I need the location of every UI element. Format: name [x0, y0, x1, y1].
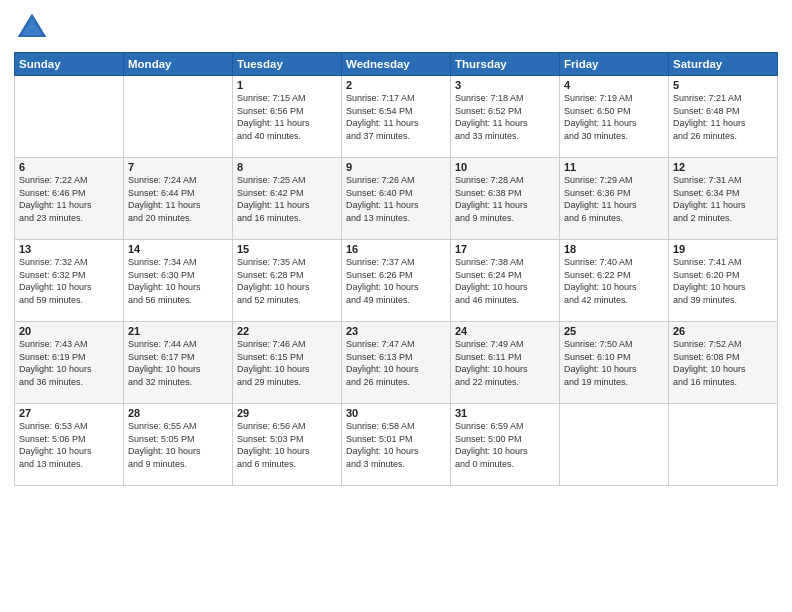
calendar-cell: 8Sunrise: 7:25 AM Sunset: 6:42 PM Daylig…: [233, 158, 342, 240]
calendar-cell: 3Sunrise: 7:18 AM Sunset: 6:52 PM Daylig…: [451, 76, 560, 158]
day-info: Sunrise: 7:49 AM Sunset: 6:11 PM Dayligh…: [455, 338, 555, 388]
day-info: Sunrise: 6:55 AM Sunset: 5:05 PM Dayligh…: [128, 420, 228, 470]
weekday-header: Wednesday: [342, 53, 451, 76]
day-info: Sunrise: 7:41 AM Sunset: 6:20 PM Dayligh…: [673, 256, 773, 306]
day-number: 27: [19, 407, 119, 419]
weekday-header: Friday: [560, 53, 669, 76]
day-number: 8: [237, 161, 337, 173]
day-info: Sunrise: 7:38 AM Sunset: 6:24 PM Dayligh…: [455, 256, 555, 306]
day-info: Sunrise: 7:19 AM Sunset: 6:50 PM Dayligh…: [564, 92, 664, 142]
day-info: Sunrise: 7:31 AM Sunset: 6:34 PM Dayligh…: [673, 174, 773, 224]
day-number: 29: [237, 407, 337, 419]
weekday-row: SundayMondayTuesdayWednesdayThursdayFrid…: [15, 53, 778, 76]
day-number: 18: [564, 243, 664, 255]
day-number: 17: [455, 243, 555, 255]
calendar-cell: 23Sunrise: 7:47 AM Sunset: 6:13 PM Dayli…: [342, 322, 451, 404]
calendar-cell: 20Sunrise: 7:43 AM Sunset: 6:19 PM Dayli…: [15, 322, 124, 404]
day-info: Sunrise: 7:43 AM Sunset: 6:19 PM Dayligh…: [19, 338, 119, 388]
calendar-body: 1Sunrise: 7:15 AM Sunset: 6:56 PM Daylig…: [15, 76, 778, 486]
day-info: Sunrise: 7:37 AM Sunset: 6:26 PM Dayligh…: [346, 256, 446, 306]
day-number: 13: [19, 243, 119, 255]
day-number: 26: [673, 325, 773, 337]
day-number: 22: [237, 325, 337, 337]
day-info: Sunrise: 7:25 AM Sunset: 6:42 PM Dayligh…: [237, 174, 337, 224]
day-info: Sunrise: 7:29 AM Sunset: 6:36 PM Dayligh…: [564, 174, 664, 224]
calendar-cell: [15, 76, 124, 158]
day-info: Sunrise: 7:21 AM Sunset: 6:48 PM Dayligh…: [673, 92, 773, 142]
calendar-cell: 28Sunrise: 6:55 AM Sunset: 5:05 PM Dayli…: [124, 404, 233, 486]
day-number: 24: [455, 325, 555, 337]
day-info: Sunrise: 7:35 AM Sunset: 6:28 PM Dayligh…: [237, 256, 337, 306]
day-info: Sunrise: 7:26 AM Sunset: 6:40 PM Dayligh…: [346, 174, 446, 224]
day-number: 7: [128, 161, 228, 173]
calendar-cell: 4Sunrise: 7:19 AM Sunset: 6:50 PM Daylig…: [560, 76, 669, 158]
day-info: Sunrise: 7:32 AM Sunset: 6:32 PM Dayligh…: [19, 256, 119, 306]
weekday-header: Monday: [124, 53, 233, 76]
day-info: Sunrise: 7:22 AM Sunset: 6:46 PM Dayligh…: [19, 174, 119, 224]
calendar-cell: 11Sunrise: 7:29 AM Sunset: 6:36 PM Dayli…: [560, 158, 669, 240]
calendar-cell: 24Sunrise: 7:49 AM Sunset: 6:11 PM Dayli…: [451, 322, 560, 404]
weekday-header: Tuesday: [233, 53, 342, 76]
page: SundayMondayTuesdayWednesdayThursdayFrid…: [0, 0, 792, 612]
day-number: 21: [128, 325, 228, 337]
day-number: 30: [346, 407, 446, 419]
calendar-cell: 6Sunrise: 7:22 AM Sunset: 6:46 PM Daylig…: [15, 158, 124, 240]
logo: [14, 10, 54, 46]
calendar-cell: 1Sunrise: 7:15 AM Sunset: 6:56 PM Daylig…: [233, 76, 342, 158]
day-info: Sunrise: 7:46 AM Sunset: 6:15 PM Dayligh…: [237, 338, 337, 388]
day-info: Sunrise: 6:53 AM Sunset: 5:06 PM Dayligh…: [19, 420, 119, 470]
calendar-cell: [669, 404, 778, 486]
calendar-cell: 9Sunrise: 7:26 AM Sunset: 6:40 PM Daylig…: [342, 158, 451, 240]
calendar-cell: 5Sunrise: 7:21 AM Sunset: 6:48 PM Daylig…: [669, 76, 778, 158]
day-info: Sunrise: 7:44 AM Sunset: 6:17 PM Dayligh…: [128, 338, 228, 388]
day-number: 28: [128, 407, 228, 419]
day-number: 19: [673, 243, 773, 255]
day-info: Sunrise: 7:34 AM Sunset: 6:30 PM Dayligh…: [128, 256, 228, 306]
day-info: Sunrise: 7:50 AM Sunset: 6:10 PM Dayligh…: [564, 338, 664, 388]
calendar-cell: 25Sunrise: 7:50 AM Sunset: 6:10 PM Dayli…: [560, 322, 669, 404]
calendar-cell: 29Sunrise: 6:56 AM Sunset: 5:03 PM Dayli…: [233, 404, 342, 486]
calendar-week-row: 13Sunrise: 7:32 AM Sunset: 6:32 PM Dayli…: [15, 240, 778, 322]
day-number: 5: [673, 79, 773, 91]
calendar-cell: [560, 404, 669, 486]
calendar-cell: 18Sunrise: 7:40 AM Sunset: 6:22 PM Dayli…: [560, 240, 669, 322]
calendar-week-row: 1Sunrise: 7:15 AM Sunset: 6:56 PM Daylig…: [15, 76, 778, 158]
day-number: 2: [346, 79, 446, 91]
day-number: 9: [346, 161, 446, 173]
day-info: Sunrise: 7:52 AM Sunset: 6:08 PM Dayligh…: [673, 338, 773, 388]
header: [14, 10, 778, 46]
day-info: Sunrise: 7:24 AM Sunset: 6:44 PM Dayligh…: [128, 174, 228, 224]
day-info: Sunrise: 7:17 AM Sunset: 6:54 PM Dayligh…: [346, 92, 446, 142]
calendar-cell: 10Sunrise: 7:28 AM Sunset: 6:38 PM Dayli…: [451, 158, 560, 240]
calendar-week-row: 20Sunrise: 7:43 AM Sunset: 6:19 PM Dayli…: [15, 322, 778, 404]
day-info: Sunrise: 6:59 AM Sunset: 5:00 PM Dayligh…: [455, 420, 555, 470]
calendar-cell: 30Sunrise: 6:58 AM Sunset: 5:01 PM Dayli…: [342, 404, 451, 486]
day-number: 15: [237, 243, 337, 255]
logo-icon: [14, 10, 50, 46]
calendar-week-row: 27Sunrise: 6:53 AM Sunset: 5:06 PM Dayli…: [15, 404, 778, 486]
day-number: 3: [455, 79, 555, 91]
calendar-cell: 15Sunrise: 7:35 AM Sunset: 6:28 PM Dayli…: [233, 240, 342, 322]
calendar-cell: 22Sunrise: 7:46 AM Sunset: 6:15 PM Dayli…: [233, 322, 342, 404]
calendar-cell: 13Sunrise: 7:32 AM Sunset: 6:32 PM Dayli…: [15, 240, 124, 322]
day-number: 10: [455, 161, 555, 173]
calendar-header: SundayMondayTuesdayWednesdayThursdayFrid…: [15, 53, 778, 76]
day-number: 12: [673, 161, 773, 173]
calendar-cell: 16Sunrise: 7:37 AM Sunset: 6:26 PM Dayli…: [342, 240, 451, 322]
calendar-cell: 26Sunrise: 7:52 AM Sunset: 6:08 PM Dayli…: [669, 322, 778, 404]
day-number: 11: [564, 161, 664, 173]
day-number: 1: [237, 79, 337, 91]
day-number: 31: [455, 407, 555, 419]
day-info: Sunrise: 7:15 AM Sunset: 6:56 PM Dayligh…: [237, 92, 337, 142]
calendar-cell: 19Sunrise: 7:41 AM Sunset: 6:20 PM Dayli…: [669, 240, 778, 322]
day-info: Sunrise: 7:47 AM Sunset: 6:13 PM Dayligh…: [346, 338, 446, 388]
day-number: 6: [19, 161, 119, 173]
day-info: Sunrise: 6:56 AM Sunset: 5:03 PM Dayligh…: [237, 420, 337, 470]
day-number: 14: [128, 243, 228, 255]
weekday-header: Saturday: [669, 53, 778, 76]
day-info: Sunrise: 7:28 AM Sunset: 6:38 PM Dayligh…: [455, 174, 555, 224]
calendar-cell: 2Sunrise: 7:17 AM Sunset: 6:54 PM Daylig…: [342, 76, 451, 158]
calendar-cell: [124, 76, 233, 158]
calendar-cell: 12Sunrise: 7:31 AM Sunset: 6:34 PM Dayli…: [669, 158, 778, 240]
day-info: Sunrise: 7:40 AM Sunset: 6:22 PM Dayligh…: [564, 256, 664, 306]
